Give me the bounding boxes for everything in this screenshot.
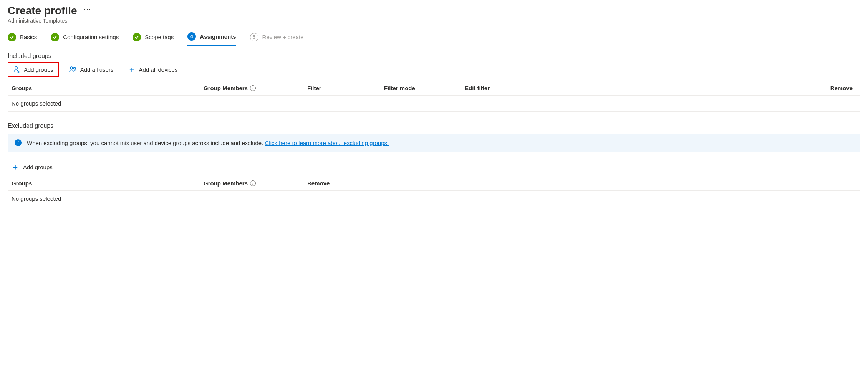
step-label: Scope tags	[145, 34, 174, 40]
info-icon[interactable]: i	[250, 85, 256, 91]
add-all-users-label: Add all users	[80, 66, 114, 73]
excluded-groups-heading: Excluded groups	[8, 122, 860, 129]
check-icon	[51, 33, 59, 41]
person-add-icon	[13, 66, 21, 73]
add-groups-button[interactable]: Add groups	[8, 62, 59, 77]
info-text-container: When excluding groups, you cannot mix us…	[27, 140, 389, 146]
page-title: Create profile	[8, 5, 77, 17]
info-icon: i	[15, 139, 22, 146]
column-edit-filter: Edit filter	[465, 85, 534, 91]
step-label: Basics	[20, 34, 37, 40]
plus-icon: ＋	[128, 66, 136, 73]
people-icon	[69, 66, 77, 73]
svg-point-1	[70, 67, 73, 69]
column-group-members: Group Members i	[204, 85, 307, 91]
included-actions: Add groups Add all users ＋ Add all devic…	[8, 62, 860, 77]
included-groups-heading: Included groups	[8, 53, 860, 59]
column-filter-mode: Filter mode	[384, 85, 465, 91]
more-menu-icon[interactable]: ···	[84, 6, 91, 15]
wizard-steps: Basics Configuration settings Scope tags…	[8, 32, 860, 46]
included-empty-row: No groups selected	[8, 96, 860, 112]
excluded-add-groups-button[interactable]: ＋ Add groups	[8, 160, 56, 174]
step-scope-tags[interactable]: Scope tags	[133, 33, 174, 45]
column-groups: Groups	[12, 180, 204, 187]
step-number-icon: 4	[187, 32, 196, 41]
page-subtitle: Administrative Templates	[8, 18, 860, 24]
column-remove: Remove	[534, 85, 856, 91]
column-group-members: Group Members i	[204, 180, 307, 187]
add-all-users-button[interactable]: Add all users	[64, 63, 118, 76]
excluded-info-banner: i When excluding groups, you cannot mix …	[8, 134, 860, 152]
add-all-devices-label: Add all devices	[139, 66, 177, 73]
column-filter: Filter	[307, 85, 384, 91]
add-all-devices-button[interactable]: ＋ Add all devices	[123, 63, 182, 76]
step-number-icon: 5	[250, 33, 258, 41]
info-learn-more-link[interactable]: Click here to learn more about excluding…	[265, 140, 389, 146]
step-basics[interactable]: Basics	[8, 33, 37, 45]
included-groups-table: Groups Group Members i Filter Filter mod…	[8, 81, 860, 112]
plus-icon: ＋	[12, 163, 19, 171]
step-assignments[interactable]: 4 Assignments	[187, 32, 236, 46]
column-remove: Remove	[307, 180, 856, 187]
add-groups-label: Add groups	[24, 66, 53, 73]
step-label: Assignments	[200, 33, 236, 40]
info-text: When excluding groups, you cannot mix us…	[27, 140, 265, 146]
svg-point-0	[15, 67, 17, 69]
svg-point-2	[73, 67, 75, 69]
excluded-add-groups-label: Add groups	[23, 164, 53, 170]
excluded-empty-row: No groups selected	[8, 191, 860, 206]
step-label: Configuration settings	[63, 34, 119, 40]
info-icon[interactable]: i	[250, 180, 256, 186]
step-configuration-settings[interactable]: Configuration settings	[51, 33, 119, 45]
excluded-groups-table: Groups Group Members i Remove No groups …	[8, 176, 860, 206]
step-label: Review + create	[262, 34, 304, 40]
check-icon	[8, 33, 16, 41]
step-review-create[interactable]: 5 Review + create	[250, 33, 304, 45]
check-icon	[133, 33, 141, 41]
column-groups: Groups	[12, 85, 204, 91]
